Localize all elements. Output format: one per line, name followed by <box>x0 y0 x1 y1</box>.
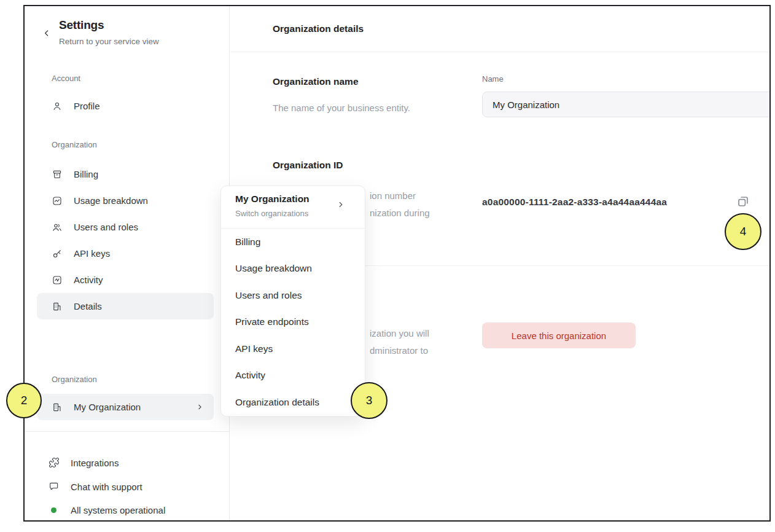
sidebar-item-label: Usage breakdown <box>74 195 148 206</box>
menu-list: Billing Usage breakdown Users and roles … <box>221 229 365 416</box>
section-label-organization-switcher: Organization <box>52 375 97 384</box>
org-id-value: a0a00000-1111-2aa2-a333-a4a44aa444aa <box>482 197 667 208</box>
menu-org-title: My Organization <box>235 194 310 205</box>
menu-org-subtitle: Switch organizations <box>235 209 308 218</box>
sidebar-title: Settings <box>59 18 104 32</box>
menu-item-organization-details[interactable]: Organization details <box>221 389 365 416</box>
page-title: Organization details <box>273 23 364 34</box>
leave-organization-button[interactable]: Leave this organization <box>482 323 636 348</box>
sidebar-item-label: Users and roles <box>74 222 138 232</box>
leave-description-line1: ization you will <box>370 328 429 338</box>
sidebar-item-label: Details <box>74 301 102 311</box>
users-icon <box>52 222 63 233</box>
annotation-badge-4: 4 <box>725 213 761 250</box>
sidebar-item-integrations[interactable]: Integrations <box>49 452 119 473</box>
menu-item-users-and-roles[interactable]: Users and roles <box>221 282 365 309</box>
copy-icon[interactable] <box>736 193 753 210</box>
org-name-description: The name of your business entity. <box>273 103 410 113</box>
org-name-heading: Organization name <box>273 76 359 87</box>
sidebar-item-profile[interactable]: Profile <box>37 93 214 119</box>
sidebar-item-my-organization[interactable]: My Organization <box>37 394 214 420</box>
organization-dropdown-menu: My Organization Switch organizations Bil… <box>220 186 365 417</box>
sidebar-item-label: Activity <box>74 275 103 285</box>
annotation-badge-3: 3 <box>351 382 388 419</box>
section-label-account: Account <box>52 74 80 83</box>
sidebar-item-usage-breakdown[interactable]: Usage breakdown <box>37 187 214 214</box>
sidebar-item-label: Profile <box>74 101 100 111</box>
sidebar-item-activity[interactable]: Activity <box>37 267 214 293</box>
leave-description-line2: dministrator to <box>370 345 428 356</box>
sidebar-item-api-keys[interactable]: API keys <box>37 240 214 267</box>
chart-line-icon <box>52 195 63 206</box>
sidebar-item-users-and-roles[interactable]: Users and roles <box>37 214 214 240</box>
org-id-description-line2: nization during <box>370 208 430 218</box>
settings-sidebar: Settings Return to your service view Acc… <box>25 6 230 520</box>
key-icon <box>52 248 63 259</box>
menu-item-billing[interactable]: Billing <box>221 229 365 256</box>
sidebar-item-label: Billing <box>74 169 98 179</box>
settings-window: Settings Return to your service view Acc… <box>23 5 771 522</box>
sidebar-item-billing[interactable]: Billing <box>37 161 214 187</box>
sidebar-item-label: Chat with support <box>71 482 142 492</box>
building-icon <box>52 402 63 413</box>
sidebar-item-label: Integrations <box>71 458 119 468</box>
sidebar-subtitle: Return to your service view <box>59 37 159 46</box>
menu-item-api-keys[interactable]: API keys <box>221 335 365 362</box>
back-chevron-icon[interactable] <box>42 28 52 38</box>
chevron-right-icon <box>337 200 345 209</box>
sidebar-item-details[interactable]: Details <box>37 293 214 319</box>
billing-box-icon <box>52 169 63 180</box>
screenshot-stage: Settings Return to your service view Acc… <box>0 0 775 532</box>
menu-item-private-endpoints[interactable]: Private endpoints <box>221 309 365 336</box>
sidebar-item-chat-with-support[interactable]: Chat with support <box>49 476 142 497</box>
menu-header-my-organization[interactable]: My Organization Switch organizations <box>221 186 365 228</box>
menu-item-activity[interactable]: Activity <box>221 362 365 389</box>
building-icon <box>52 301 63 312</box>
sidebar-divider <box>25 431 230 432</box>
sidebar-item-label: All systems operational <box>71 505 165 515</box>
name-field-label: Name <box>482 74 504 84</box>
activity-icon <box>52 275 63 286</box>
org-id-heading: Organization ID <box>273 160 343 171</box>
name-input[interactable] <box>482 92 771 117</box>
puzzle-icon <box>49 457 60 468</box>
sidebar-item-label: API keys <box>74 248 110 259</box>
section-label-organization: Organization <box>52 140 97 149</box>
sidebar-item-system-status[interactable]: All systems operational <box>49 499 165 520</box>
org-id-description-line1: ion number <box>370 190 416 201</box>
chat-bubble-icon <box>49 481 60 492</box>
annotation-badge-2: 2 <box>6 383 42 418</box>
person-icon <box>52 101 63 112</box>
status-dot-icon <box>51 507 56 513</box>
menu-item-usage-breakdown[interactable]: Usage breakdown <box>221 256 365 283</box>
header-divider <box>230 52 769 52</box>
chevron-right-icon <box>196 403 204 411</box>
sidebar-item-label: My Organization <box>74 402 141 412</box>
